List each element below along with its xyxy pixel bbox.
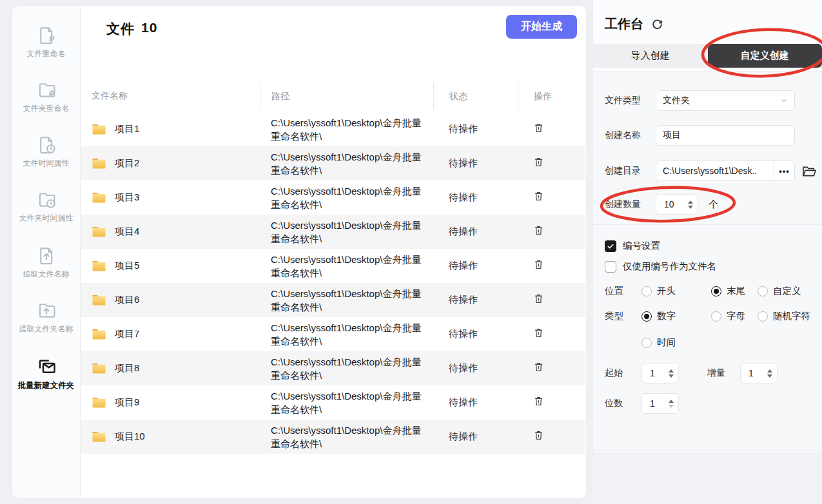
type-radio-group-row2: 时间 <box>641 336 676 349</box>
table-row: 项目3 C:\Users\yssoft1\Desktop\金舟批量重命名软件\ … <box>81 180 585 215</box>
start-spinner[interactable] <box>669 363 674 383</box>
file-edit-icon <box>37 25 56 44</box>
create-name-input[interactable]: 项目 <box>656 125 795 146</box>
radio-selected-icon[interactable] <box>711 286 721 296</box>
create-count-input[interactable]: 10 <box>656 194 698 215</box>
row-status: 待操作 <box>433 157 518 170</box>
checkbox-checked-icon[interactable] <box>605 240 616 252</box>
delete-row-icon[interactable] <box>533 361 544 373</box>
sidebar-item-extract-folder-name[interactable]: 提取文件夹名称 <box>12 300 80 333</box>
radio-position-end[interactable]: 末尾 <box>711 285 758 297</box>
row-path: C:\Users\yssoft1\Desktop\金舟批量重命名软件\ <box>260 355 433 382</box>
delete-row-icon[interactable] <box>533 293 544 305</box>
delete-row-icon[interactable] <box>533 190 544 202</box>
workbench-title-text: 工作台 <box>605 15 643 33</box>
radio-position-start[interactable]: 开头 <box>641 285 711 297</box>
radio-icon[interactable] <box>641 338 652 348</box>
delete-row-icon[interactable] <box>533 429 544 441</box>
sidebar-item-batch-new-folder[interactable]: 批量新建文件夹 <box>12 357 80 390</box>
digits-row: 位数 1 <box>605 393 679 414</box>
column-header-status: 状态 <box>433 82 518 110</box>
row-status: 待操作 <box>433 294 518 306</box>
spinner-up-icon[interactable] <box>669 369 674 373</box>
spinner-down-icon[interactable] <box>767 374 772 378</box>
row-name: 项目9 <box>115 396 139 409</box>
radio-type-letter[interactable]: 字母 <box>711 310 758 322</box>
column-header-name: 文件名称 <box>81 90 260 102</box>
table-row: 项目8 C:\Users\yssoft1\Desktop\金舟批量重命名软件\ … <box>81 351 585 385</box>
sidebar-item-label: 批量新建文件夹 <box>18 381 75 390</box>
digits-input[interactable]: 1 <box>641 393 679 414</box>
file-type-value: 文件夹 <box>663 95 690 106</box>
numbering-enable-checkbox[interactable]: 编号设置 <box>605 240 660 252</box>
delete-row-icon[interactable] <box>533 156 544 168</box>
spinner-down-icon[interactable] <box>669 374 674 378</box>
spinner-up-icon[interactable] <box>669 400 674 403</box>
table-row: 项目6 C:\Users\yssoft1\Desktop\金舟批量重命名软件\ … <box>81 283 585 317</box>
radio-type-time[interactable]: 时间 <box>641 336 676 349</box>
delete-row-icon[interactable] <box>533 224 544 237</box>
type-label: 类型 <box>605 310 641 322</box>
folder-extract-icon <box>37 300 56 320</box>
folder-icon <box>92 260 106 272</box>
sidebar-item-folder-time[interactable]: 文件夹时间属性 <box>12 189 80 222</box>
refresh-icon[interactable] <box>651 18 663 30</box>
increment-spinner[interactable] <box>767 363 772 383</box>
open-folder-icon[interactable] <box>802 165 817 177</box>
file-table: 项目1 C:\Users\yssoft1\Desktop\金舟批量重命名软件\ … <box>81 112 585 454</box>
row-name: 项目2 <box>115 157 139 170</box>
tab-import-create[interactable]: 导入创建 <box>593 44 708 68</box>
spinner-down-icon[interactable] <box>688 206 693 209</box>
start-generate-button[interactable]: 开始生成 <box>506 15 577 39</box>
radio-position-custom[interactable]: 自定义 <box>758 285 801 297</box>
delete-row-icon[interactable] <box>533 258 544 271</box>
spinner-up-icon[interactable] <box>688 200 693 204</box>
radio-type-number[interactable]: 数字 <box>641 310 711 322</box>
folder-icon <box>92 226 106 238</box>
radio-type-random[interactable]: 随机字符 <box>758 310 810 322</box>
checkbox-unchecked-icon[interactable] <box>605 261 616 273</box>
increment-input[interactable]: 1 <box>740 363 778 383</box>
spinner-down-icon[interactable] <box>669 405 674 408</box>
radio-selected-icon[interactable] <box>641 311 652 322</box>
browse-dots-button[interactable]: ••• <box>774 160 794 181</box>
start-label: 起始 <box>605 367 641 379</box>
sidebar-item-label: 文件夹重命名 <box>23 104 70 113</box>
sidebar-item-folder-rename[interactable]: 文件夹重命名 <box>12 80 80 113</box>
position-radio-group: 位置 开头 末尾 自定义 <box>605 285 801 297</box>
row-path: C:\Users\yssoft1\Desktop\金舟批量重命名软件\ <box>260 253 433 280</box>
delete-row-icon[interactable] <box>533 122 544 134</box>
file-type-row: 文件类型 文件夹 <box>605 90 795 111</box>
delete-row-icon[interactable] <box>533 395 544 407</box>
radio-icon[interactable] <box>758 311 768 322</box>
create-count-row: 创建数量 10 个 <box>605 194 718 215</box>
create-dir-input[interactable]: C:\Users\yssoft1\Desk.. ••• <box>656 160 795 181</box>
table-row: 项目1 C:\Users\yssoft1\Desktop\金舟批量重命名软件\ … <box>81 112 585 146</box>
radio-icon[interactable] <box>711 311 721 322</box>
folder-icon <box>92 362 106 374</box>
delete-row-icon[interactable] <box>533 327 544 339</box>
panel-footer <box>593 452 822 504</box>
row-path: C:\Users\yssoft1\Desktop\金舟批量重命名软件\ <box>260 150 433 177</box>
batch-new-folder-icon <box>37 357 56 376</box>
sidebar-item-file-time[interactable]: 文件时间属性 <box>12 135 80 168</box>
sidebar-item-label: 文件重命名 <box>27 49 66 58</box>
count-unit-label: 个 <box>709 199 718 211</box>
numbering-enable-label: 编号设置 <box>623 240 660 252</box>
row-path: C:\Users\yssoft1\Desktop\金舟批量重命名软件\ <box>260 184 433 211</box>
sidebar-item-extract-file-name[interactable]: 提取文件名称 <box>12 246 80 278</box>
tab-custom-create[interactable]: 自定义创建 <box>708 44 822 68</box>
sidebar-item-file-rename[interactable]: 文件重命名 <box>12 25 80 58</box>
numbering-settings-section <box>593 224 822 451</box>
only-number-checkbox[interactable]: 仅使用编号作为文件名 <box>605 260 716 273</box>
spinner-up-icon[interactable] <box>767 369 772 373</box>
file-clock-icon <box>37 135 56 154</box>
radio-icon[interactable] <box>641 286 652 296</box>
start-input[interactable]: 1 <box>641 363 679 383</box>
row-name: 项目7 <box>115 328 139 340</box>
radio-icon[interactable] <box>758 286 768 296</box>
digits-spinner[interactable] <box>669 394 674 413</box>
create-dir-label: 创建目录 <box>605 165 656 177</box>
file-type-select[interactable]: 文件夹 <box>656 90 795 111</box>
count-spinner[interactable] <box>688 195 693 214</box>
